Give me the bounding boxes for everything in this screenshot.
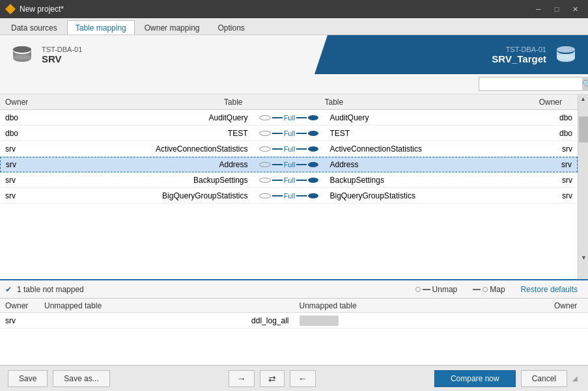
unmapped-owner: srv [0,316,39,325]
connector-open-dot [259,178,271,183]
target-db-icon [554,43,578,66]
mapping-link[interactable]: Full [253,114,325,122]
svg-point-1 [13,55,31,60]
connector-line [272,195,283,196]
search-input[interactable] [479,79,582,88]
mapping-link[interactable]: Full [253,161,325,169]
col-header-owner-left: Owner [0,98,39,107]
search-box: 🔍 [479,77,583,91]
connector-line2 [296,164,307,165]
table-row[interactable]: dbo AuditQuery Full AuditQuery dbo [0,110,578,126]
restore-defaults-button[interactable]: Restore defaults [516,285,583,294]
unmapped-header: ✔ 1 table not mapped Unmap Map Restore d… [0,280,588,299]
table-row[interactable]: srv ActiveConnectionStatistics Full Acti… [0,141,578,157]
table-right: BackupSettings [325,176,539,185]
table-left: BigQueryGroupStatistics [39,191,253,200]
table-right: TEST [325,129,539,138]
table-row[interactable]: dbo TEST Full TEST dbo [0,126,578,141]
table-left: TEST [39,129,253,138]
unmap-button[interactable]: Unmap [410,284,463,295]
full-link[interactable]: Full [284,161,296,169]
header-banner: TST-DBA-01 SRV TST-DBA-01 SRV_Target [0,35,588,74]
table-left: ActiveConnectionStatistics [39,144,253,154]
resize-handle-icon[interactable]: ◢ [572,375,580,383]
compare-now-button[interactable]: Compare now [434,370,516,387]
full-link[interactable]: Full [284,129,296,137]
table-right: Address [325,160,539,169]
owner-right: srv [538,160,577,169]
full-link[interactable]: Full [284,114,296,122]
save-as-button[interactable]: Save as... [53,370,109,387]
full-link[interactable]: Full [284,192,296,200]
mapping-link[interactable]: Full [253,145,325,153]
source-server-name: TST-DBA-01 [42,46,82,53]
unmapped-col-table-left: Unmapped table [39,301,294,310]
col-header-table-right: Table [320,98,529,107]
owner-right: dbo [539,129,578,138]
connector-line2 [296,117,307,118]
svg-point-0 [13,46,31,53]
mapping-link[interactable]: Full [253,176,325,184]
source-header: TST-DBA-01 SRV [0,35,315,74]
tab-options[interactable]: Options [209,20,253,34]
window-title: New project* [20,5,531,14]
table-right: ActiveConnectionStatistics [325,144,539,154]
nav-swap-button[interactable]: ⇄ [260,370,285,387]
full-link[interactable]: Full [284,176,296,184]
connector-open-dot [259,115,271,120]
unmapped-col-table-right: Unmapped table [294,301,550,310]
connector-line2 [296,133,307,134]
table-row[interactable]: srv BigQueryGroupStatistics Full BigQuer… [0,188,578,204]
search-button[interactable]: 🔍 [582,77,588,91]
connector-filled-dot [308,131,318,136]
minimize-button[interactable]: ─ [531,3,546,15]
unmapped-chevron-icon[interactable]: ✔ [5,285,12,294]
unmapped-table-row[interactable]: srv ddl_log_all [0,313,588,329]
owner-left: srv [0,191,39,200]
connector-line2 [296,180,307,181]
bottom-bar: Save Save as... → ⇄ ← Compare now Cancel… [0,365,588,391]
title-bar: New project* ─ □ ✕ [0,0,588,18]
unmapped-table-left: ddl_log_all [39,316,294,325]
maximize-button[interactable]: □ [549,3,565,15]
table-row[interactable]: srv BackupSettings Full BackupSettings s… [0,172,578,188]
owner-left: dbo [0,113,39,122]
window-controls: ─ □ ✕ [531,3,583,15]
source-db-icon [10,43,34,66]
save-button[interactable]: Save [8,370,48,387]
owner-left: srv [1,160,40,169]
owner-right: srv [539,176,578,185]
full-link[interactable]: Full [284,145,296,153]
nav-left-button[interactable]: ← [290,370,316,387]
connector-line [272,180,283,181]
table-left: AuditQuery [39,113,253,122]
nav-right-button[interactable]: → [229,370,255,387]
map-button[interactable]: Map [468,284,510,295]
tab-data-sources[interactable]: Data sources [3,20,66,34]
table-row[interactable]: srv Address Full Address srv [0,157,578,172]
svg-point-2 [557,46,575,53]
unmapped-rows: srv ddl_log_all [0,313,588,365]
connector-line [272,148,283,150]
owner-left: dbo [0,129,39,138]
tab-owner-mapping[interactable]: Owner mapping [136,20,208,34]
scrollbar-thumb[interactable] [579,116,588,142]
mapping-link[interactable]: Full [253,129,325,137]
connector-filled-dot [308,178,318,183]
mapping-link[interactable]: Full [253,192,325,200]
scrollbar-track[interactable]: ▲ ▼ [578,94,588,279]
table-right: AuditQuery [325,113,539,122]
table-left: BackupSettings [39,176,253,185]
owner-left: srv [0,176,39,185]
cancel-button[interactable]: Cancel [521,370,567,387]
unmapped-column-header: Owner Unmapped table Unmapped table Owne… [0,299,588,313]
target-header: TST-DBA-01 SRV_Target [315,35,588,74]
mapping-area: Owner Table Table Owner dbo AuditQuery F… [0,94,588,279]
close-button[interactable]: ✕ [567,3,583,15]
connector-line2 [296,148,307,150]
tab-table-mapping[interactable]: Table mapping [67,20,135,34]
column-header: Owner Table Table Owner [0,94,578,110]
target-header-text: TST-DBA-01 SRV_Target [492,46,546,64]
svg-point-3 [557,55,575,60]
search-bar: 🔍 [0,74,588,94]
